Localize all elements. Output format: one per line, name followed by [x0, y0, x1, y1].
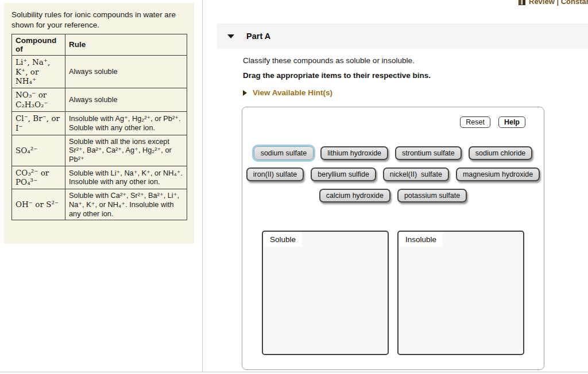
panel-divider: [202, 0, 203, 372]
table-header-row: Compound of Rule: [12, 34, 187, 55]
compound-cell: CO₃²⁻ or PO₄³⁻: [12, 166, 65, 189]
rule-cell: Soluble with Ca²⁺, Sr²⁺, Ba²⁺, Li⁺, Na⁺,…: [65, 189, 187, 220]
book-icon: [519, 0, 525, 5]
table-row: OH⁻ or S²⁻ Soluble with Ca²⁺, Sr²⁺, Ba²⁺…: [12, 189, 187, 220]
compound-cell: NO₃⁻ or C₂H₃O₂⁻: [12, 88, 65, 112]
compound-cell: OH⁻ or S²⁻: [12, 189, 65, 220]
drag-chip-lithium-hydroxide[interactable]: lithium hydroxide: [320, 146, 388, 160]
rule-cell: Always soluble: [65, 88, 187, 112]
part-a-title: Part A: [246, 32, 270, 41]
reset-button[interactable]: Reset: [460, 116, 490, 128]
review-constants-link[interactable]: Review | Constants: [519, 0, 588, 6]
rule-cell: Insoluble with Ag⁺, Hg₂²⁺, or Pb²⁺. Solu…: [65, 112, 187, 135]
chevron-down-icon: [227, 34, 234, 38]
chip-row: calcium hydroxide potassium sulfate: [242, 189, 544, 202]
help-button[interactable]: Help: [498, 116, 525, 128]
rule-cell: Soluble with Li⁺, Na⁺, K⁺, or NH₄⁺. Inso…: [65, 166, 187, 189]
header-rule: Rule: [65, 34, 187, 55]
bins-row: Soluble Insoluble: [242, 231, 544, 355]
drag-chip-beryllium-sulfide[interactable]: beryllium sulfide: [311, 167, 376, 181]
page-bottom-border: [0, 372, 588, 372]
table-row: Li⁺, Na⁺, K⁺, or NH₄⁺ Always soluble: [12, 55, 187, 88]
header-compound-of: Compound of: [12, 34, 65, 55]
reference-intro-text: Solubility rules for ionic compounds in …: [11, 10, 191, 30]
view-hints-label: View Available Hint(s): [253, 88, 332, 97]
drag-chip-potassium-sulfate[interactable]: potassium sulfate: [397, 189, 467, 202]
solubility-rules-table: Compound of Rule Li⁺, Na⁺, K⁺, or NH₄⁺ A…: [11, 34, 187, 221]
chip-bank: sodium sulfate lithium hydroxide stronti…: [242, 146, 544, 202]
view-hints-link[interactable]: View Available Hint(s): [243, 88, 332, 97]
chip-row: sodium sulfate lithium hydroxide stronti…: [242, 146, 544, 160]
drag-chip-sodium-chloride[interactable]: sodium chloride: [469, 146, 533, 160]
mastering-chemistry-page: Solubility rules for ionic compounds in …: [0, 0, 588, 374]
drag-chip-sodium-sulfate[interactable]: sodium sulfate: [254, 146, 314, 160]
bin-soluble[interactable]: Soluble: [262, 231, 389, 355]
review-constants-label: Review | Constants: [529, 0, 588, 6]
rule-cell: Always soluble: [65, 55, 187, 88]
drag-chip-iron-ii-sulfate[interactable]: iron(II) sulfate: [246, 167, 304, 181]
drag-chip-magnesium-hydroxide[interactable]: magnesium hydroxide: [456, 167, 540, 181]
compound-cell: SO₄²⁻: [12, 135, 65, 166]
compound-cell: Cl⁻, Br⁻, or I⁻: [12, 112, 65, 135]
chip-row: iron(II) sulfate beryllium sulfide nicke…: [242, 167, 544, 181]
drag-chip-calcium-hydroxide[interactable]: calcium hydroxide: [319, 189, 390, 202]
bin-soluble-label: Soluble: [264, 232, 302, 247]
bin-insoluble-label: Insoluble: [399, 232, 443, 247]
bin-insoluble[interactable]: Insoluble: [397, 231, 524, 355]
drag-drop-activity: Reset Help sodium sulfate lithium hydrox…: [242, 107, 544, 370]
classify-instruction: Classify these compounds as soluble or i…: [243, 56, 415, 65]
table-row: CO₃²⁻ or PO₄³⁻ Soluble with Li⁺, Na⁺, K⁺…: [12, 166, 187, 189]
chevron-right-icon: [243, 90, 247, 96]
solubility-reference-panel: Solubility rules for ionic compounds in …: [4, 3, 194, 244]
rule-cell: Soluble with all the ions except Sr²⁺, B…: [65, 135, 187, 166]
drag-chip-strontium-sulfate[interactable]: strontium sulfate: [395, 146, 462, 160]
drag-instruction: Drag the appropriate items to their resp…: [243, 71, 431, 80]
compound-cell: Li⁺, Na⁺, K⁺, or NH₄⁺: [12, 55, 65, 88]
table-row: NO₃⁻ or C₂H₃O₂⁻ Always soluble: [12, 88, 187, 112]
activity-toolbar: Reset Help: [460, 116, 525, 128]
table-row: Cl⁻, Br⁻, or I⁻ Insoluble with Ag⁺, Hg₂²…: [12, 112, 187, 135]
drag-chip-nickel-ii-sulfate[interactable]: nickel(II) sulfate: [383, 167, 449, 181]
part-a-header[interactable]: Part A: [217, 24, 588, 49]
table-row: SO₄²⁻ Soluble with all the ions except S…: [12, 135, 187, 166]
